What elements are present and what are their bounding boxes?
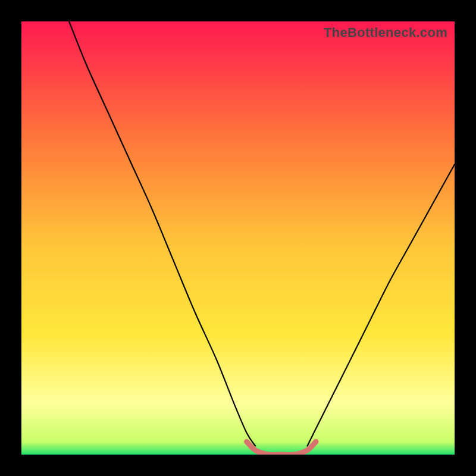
- watermark-text: TheBottleneck.com: [324, 25, 447, 40]
- valley-highlight: [247, 441, 316, 455]
- plot-area: TheBottleneck.com: [21, 21, 455, 455]
- right-branch-line: [308, 164, 455, 446]
- chart-lines: [21, 21, 455, 455]
- left-branch-line: [69, 21, 255, 446]
